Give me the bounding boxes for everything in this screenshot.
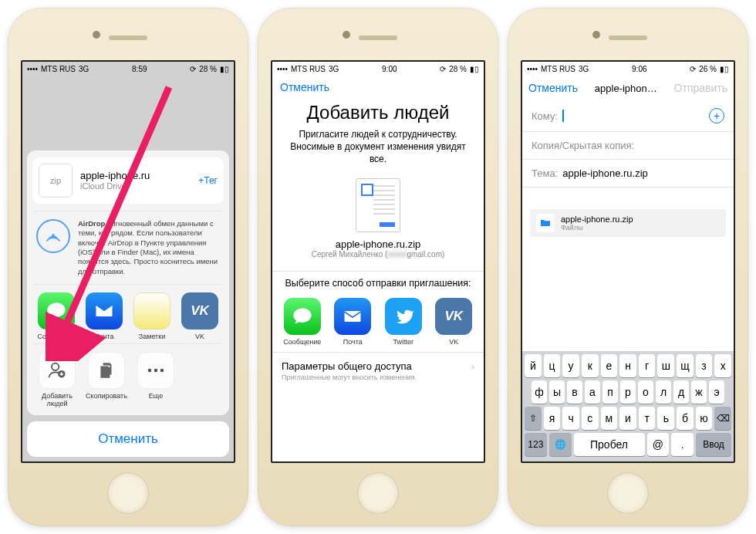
- svg-rect-5: [345, 311, 361, 322]
- key-р[interactable]: р: [620, 380, 636, 404]
- key-ж[interactable]: ж: [691, 380, 707, 404]
- phone-2: ••••MTS RUS3G 9:00 ⟳28 %▮▯ Отменить Доба…: [258, 8, 498, 526]
- key-с[interactable]: с: [582, 407, 599, 430]
- key-globe[interactable]: 🌐: [549, 433, 572, 456]
- page-title: Добавить людей: [272, 99, 484, 128]
- home-button[interactable]: [607, 472, 649, 514]
- key-щ[interactable]: щ: [677, 354, 694, 377]
- key-з[interactable]: з: [696, 354, 713, 377]
- file-thumbnail: zip: [39, 164, 73, 198]
- key-у[interactable]: у: [562, 354, 579, 377]
- messages-icon: [284, 298, 321, 335]
- keyboard: йцукенгшщзх фывапролджэ ⇧ячсмитьбю⌫ 123 …: [522, 351, 734, 461]
- key-backspace[interactable]: ⌫: [714, 407, 731, 430]
- action-more[interactable]: Еще: [133, 352, 178, 407]
- share-actions-row: Добавить людей Скопировать Еще: [33, 343, 223, 407]
- svg-point-0: [52, 363, 59, 370]
- airdrop-section[interactable]: AirDrop. Мгновенный обмен данными с теми…: [33, 211, 223, 284]
- send-button[interactable]: Отправить: [674, 82, 727, 94]
- key-п[interactable]: п: [602, 380, 618, 404]
- add-contact-button[interactable]: +: [709, 108, 724, 123]
- key-ь[interactable]: ь: [657, 407, 674, 430]
- phone-3: ••••MTS RUS3G 9:06 ⟳26 %▮▯ Отменить appl…: [508, 8, 748, 526]
- share-app-messages[interactable]: Сообщение: [35, 292, 78, 340]
- invite-app-vk[interactable]: VKVK: [432, 298, 477, 346]
- share-app-notes[interactable]: Заметки: [130, 292, 174, 340]
- key-123[interactable]: 123: [525, 433, 547, 456]
- key-я[interactable]: я: [544, 407, 561, 430]
- key-space[interactable]: Пробел: [574, 433, 645, 456]
- action-add-people[interactable]: Добавить людей: [35, 352, 79, 407]
- invite-header: Выберите способ отправки приглашения:: [272, 271, 484, 295]
- key-э[interactable]: э: [709, 380, 724, 404]
- key-ы[interactable]: ы: [549, 380, 565, 404]
- key-ю[interactable]: ю: [696, 407, 713, 430]
- document-owner: Сергей Михайленко (xxxxxgmail.com): [272, 250, 484, 266]
- key-в[interactable]: в: [567, 380, 582, 404]
- phone-1: ••••MTS RUS3G 8:59 ⟳28 %▮▯ zip apple-iph…: [8, 8, 248, 526]
- share-app-mail[interactable]: Почта: [83, 292, 126, 340]
- key-shift[interactable]: ⇧: [525, 407, 542, 430]
- key-ш[interactable]: ш: [657, 354, 674, 377]
- mail-icon: [86, 292, 123, 330]
- cancel-button[interactable]: Отменить: [528, 82, 578, 94]
- file-location: iCloud Drive: [80, 181, 191, 191]
- share-sheet: zip apple-iphone.ru iCloud Drive +Тег Ai…: [22, 150, 234, 461]
- action-copy[interactable]: Скопировать: [84, 352, 129, 407]
- twitter-icon: [385, 298, 422, 335]
- key-ч[interactable]: ч: [562, 407, 579, 430]
- key-а[interactable]: а: [585, 380, 600, 404]
- key-е[interactable]: е: [601, 354, 618, 377]
- key-н[interactable]: н: [619, 354, 636, 377]
- key-ф[interactable]: ф: [532, 380, 547, 404]
- invite-apps-row: Сообщение Почта Twitter VKVK: [272, 295, 484, 347]
- key-м[interactable]: м: [601, 407, 618, 430]
- key-д[interactable]: д: [673, 380, 689, 404]
- notes-icon: [133, 292, 170, 330]
- subject-field[interactable]: Тема: apple-iphone.ru.zip: [522, 160, 734, 188]
- key-и[interactable]: и: [619, 407, 636, 430]
- share-settings-row[interactable]: Параметры общего доступа›: [272, 352, 484, 373]
- key-at[interactable]: @: [647, 433, 670, 456]
- key-б[interactable]: б: [677, 407, 694, 430]
- svg-point-2: [148, 369, 152, 373]
- mail-icon: [334, 298, 371, 335]
- key-о[interactable]: о: [638, 380, 653, 404]
- messages-icon: [38, 292, 75, 330]
- invite-app-twitter[interactable]: Twitter: [381, 298, 426, 346]
- document-name: apple-iphone.ru.zip: [272, 238, 484, 250]
- document-icon: [356, 178, 400, 232]
- invite-app-mail[interactable]: Почта: [331, 298, 376, 346]
- file-name: apple-iphone.ru: [80, 170, 191, 181]
- to-field[interactable]: Кому: +: [522, 100, 734, 132]
- compose-nav: Отменить apple-iphon… Отправить: [522, 76, 734, 100]
- attachment-chip[interactable]: apple-iphone.ru.zipФайлы: [530, 209, 726, 237]
- page-subtitle: Пригласите людей к сотрудничеству. Вноси…: [272, 128, 484, 175]
- key-к[interactable]: к: [582, 354, 599, 377]
- svg-point-3: [154, 369, 158, 373]
- text-cursor: [562, 110, 564, 122]
- key-х[interactable]: х: [714, 354, 731, 377]
- key-dot[interactable]: .: [671, 433, 694, 456]
- nav-title: apple-iphon…: [578, 83, 674, 94]
- status-bar: ••••MTS RUS3G 9:00 ⟳28 %▮▯: [272, 62, 484, 76]
- share-apps-row: Сообщение Почта Заметки VKVK: [33, 284, 223, 343]
- add-tag-button[interactable]: +Тег: [198, 175, 218, 186]
- cancel-button[interactable]: Отменить: [280, 81, 329, 93]
- vk-icon: VK: [181, 292, 218, 330]
- key-т[interactable]: т: [639, 407, 656, 430]
- key-enter[interactable]: Ввод: [696, 433, 731, 456]
- cancel-button[interactable]: Отменить: [27, 421, 229, 457]
- key-г[interactable]: г: [639, 354, 656, 377]
- key-й[interactable]: й: [525, 354, 542, 377]
- home-button[interactable]: [107, 472, 149, 514]
- svg-point-4: [160, 369, 164, 373]
- key-ц[interactable]: ц: [544, 354, 561, 377]
- key-л[interactable]: л: [656, 380, 671, 404]
- status-bar: ••••MTS RUS3G 8:59 ⟳28 %▮▯: [22, 62, 234, 76]
- status-bar: ••••MTS RUS3G 9:06 ⟳26 %▮▯: [522, 62, 734, 76]
- invite-app-messages[interactable]: Сообщение: [280, 298, 325, 346]
- home-button[interactable]: [357, 472, 399, 514]
- cc-field[interactable]: Копия/Скрытая копия:: [522, 132, 734, 160]
- share-app-vk[interactable]: VKVK: [178, 292, 221, 340]
